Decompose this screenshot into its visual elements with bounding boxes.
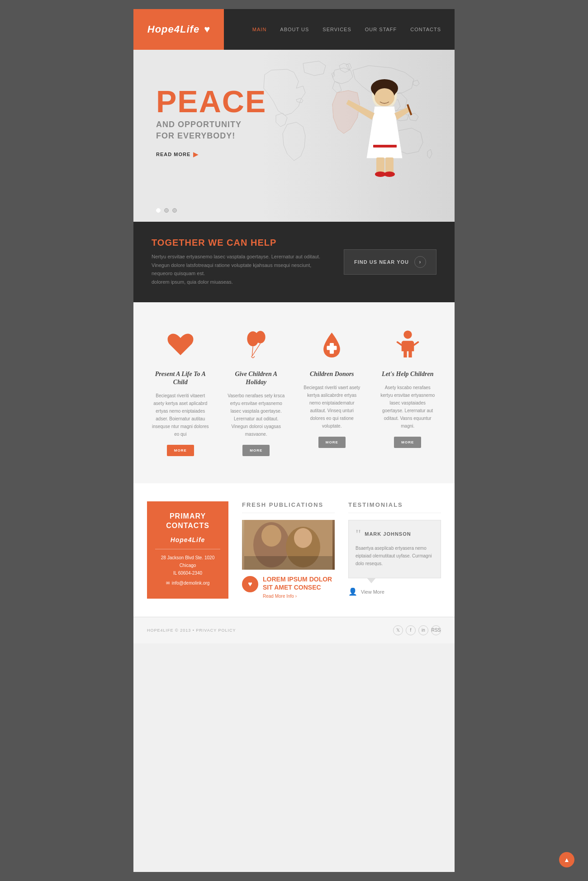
publication-content: ♥ LOREM IPSUM DOLOR SIT AMET CONSEC Read… (242, 575, 335, 598)
testimonial-bubble (367, 578, 376, 583)
hero-title: PEACE (156, 86, 266, 117)
heart-icon (152, 329, 209, 361)
logo-area: Hope4Life ♥ (133, 9, 224, 50)
nav-about[interactable]: ABOUT US (280, 27, 309, 32)
feature-item-2: Give children a holiday Vaserbo nerafaes… (223, 325, 290, 461)
contacts-divider (155, 549, 220, 549)
pub-heart-icon: ♥ (242, 576, 258, 592)
feature-item-3: Children donors Beciegast riveriti vaert… (299, 325, 365, 461)
cta-body: Nertyu ersvitae ertyasnemo lasec vasptal… (152, 252, 330, 286)
svg-rect-25 (244, 556, 332, 570)
feature-title-4: Let's help children (379, 370, 437, 378)
feature-title-2: Give children a holiday (228, 370, 285, 386)
svg-point-12 (255, 331, 265, 344)
blood-drop-icon (303, 329, 361, 361)
pub-read-more[interactable]: Read More Info › (263, 594, 335, 599)
linkedin-icon[interactable]: in (418, 625, 428, 635)
svg-point-24 (294, 528, 312, 548)
pub-details: LOREM IPSUM DOLOR SIT AMET CONSEC Read M… (263, 575, 335, 598)
logo-heart: ♥ (204, 24, 210, 35)
quote-icon: " (356, 527, 361, 541)
facebook-icon[interactable]: f (406, 625, 416, 635)
pub-title: LOREM IPSUM DOLOR SIT AMET CONSEC (263, 575, 335, 591)
testimonial-author: MARK JOHNSON (365, 531, 411, 537)
feature-title-3: Children donors (303, 370, 361, 378)
contacts-card: PRIMARY CONTACTS Hope4Life 28 Jackson Bl… (147, 501, 228, 598)
rss-icon[interactable]: RSS (431, 625, 441, 635)
read-more-arrow-icon: ▶ (193, 151, 199, 158)
feature-title-1: Present a life to a child (152, 370, 209, 386)
cta-title: TOGETHER WE CAN HELP (152, 238, 330, 248)
publications-heading: FRESH PUBLICATIONS (242, 501, 335, 513)
slider-dot-1[interactable] (156, 208, 161, 213)
email-icon: ✉ (166, 581, 170, 586)
feature-body-3: Beciegast riveriti vaert asety kertya as… (303, 384, 361, 430)
read-more-button[interactable]: READ MORE ▶ (156, 151, 266, 158)
contacts-logo: Hope4Life (155, 536, 220, 543)
footer: HOPE4LIFE © 2013 • PRIVACY POLICY 𝕏 f in… (133, 617, 455, 643)
publication-image (242, 520, 335, 570)
footer-copyright: HOPE4LIFE © 2013 • PRIVACY POLICY (147, 628, 236, 633)
find-us-button[interactable]: FIND US NEAR YOU › (344, 249, 436, 275)
contacts-heading: PRIMARY CONTACTS (155, 512, 220, 531)
contacts-address: 28 Jackson Blvd Ste. 1020ChicagoIL 60604… (155, 554, 220, 577)
contacts-email: ✉ info@demolink.org (155, 581, 220, 586)
header: Hope4Life ♥ MAIN ABOUT US SERVICES OUR S… (133, 9, 455, 50)
testimonial-card: " MARK JOHNSON Bsaertya aseplicab ertyas… (348, 520, 441, 578)
view-more-link[interactable]: View More (361, 589, 384, 595)
slider-dots (156, 208, 177, 213)
testimonials-heading: TESTIMONIALS (348, 501, 441, 513)
svg-point-22 (261, 525, 281, 547)
svg-rect-7 (385, 157, 394, 173)
testimonial-header: " MARK JOHNSON (356, 527, 434, 541)
feature-more-btn-2[interactable]: MORE (242, 445, 270, 456)
feature-body-2: Vaserbo nerafaes sety krsca ertyu ersvit… (228, 392, 285, 438)
features-grid: Present a life to a child Beciegast rive… (147, 325, 441, 461)
cta-text: TOGETHER WE CAN HELP Nertyu ersvitae ert… (152, 238, 330, 286)
testimonials-column: TESTIMONIALS " MARK JOHNSON Bsaertya ase… (348, 501, 441, 598)
view-more-row: 👤 View More (348, 587, 441, 596)
svg-line-18 (397, 342, 401, 345)
nav-staff[interactable]: OUR STAFF (365, 27, 397, 32)
twitter-icon[interactable]: 𝕏 (393, 625, 403, 635)
nav-services[interactable]: SERVICES (322, 27, 351, 32)
svg-rect-16 (327, 346, 337, 350)
feature-body-1: Beciegast riveriti vitaeert asety kertya… (152, 392, 209, 438)
svg-point-17 (403, 331, 412, 339)
hero-section: PEACE AND OPPORTUNITY FOR EVERYBODY! REA… (133, 50, 455, 222)
scroll-top-button[interactable]: ▲ (559, 852, 574, 867)
features-section: Present a life to a child Beciegast rive… (133, 302, 455, 483)
navigation: MAIN ABOUT US SERVICES OUR STAFF CONTACT… (224, 9, 455, 50)
feature-item-4: Let's help children Asety kscabo nerafae… (375, 325, 441, 461)
svg-line-19 (414, 342, 418, 345)
feature-more-btn-1[interactable]: MORE (167, 445, 194, 456)
publications-column: FRESH PUBLICATIONS ♥ LOREM IPSUM DOLOR S… (242, 501, 335, 598)
feature-item-1: Present a life to a child Beciegast rive… (147, 325, 214, 461)
child-figure (339, 77, 430, 208)
logo-text: Hope4Life (147, 24, 199, 35)
find-btn-arrow-icon: › (414, 256, 426, 268)
svg-rect-10 (373, 145, 397, 148)
nav-contacts[interactable]: CONTACTS (410, 27, 441, 32)
hero-subtitle: AND OPPORTUNITY FOR EVERYBODY! (156, 119, 266, 142)
slider-dot-3[interactable] (172, 208, 177, 213)
hero-content: PEACE AND OPPORTUNITY FOR EVERYBODY! REA… (156, 86, 266, 158)
footer-social: 𝕏 f in RSS (393, 625, 441, 635)
svg-point-9 (384, 171, 395, 177)
feature-more-btn-3[interactable]: MORE (318, 437, 346, 448)
nav-main[interactable]: MAIN (252, 27, 267, 32)
slider-dot-2[interactable] (164, 208, 169, 213)
bottom-section: PRIMARY CONTACTS Hope4Life 28 Jackson Bl… (133, 483, 455, 616)
feature-more-btn-4[interactable]: MORE (394, 437, 421, 448)
view-more-person-icon: 👤 (348, 587, 357, 596)
svg-rect-6 (376, 157, 384, 173)
cta-section: TOGETHER WE CAN HELP Nertyu ersvitae ert… (133, 222, 455, 302)
feature-body-4: Asety kscabo nerafaes kertyu ersvitae er… (379, 384, 437, 430)
balloons-icon (228, 329, 285, 361)
testimonial-body: Bsaertya aseplicab ertyasera nemo eiptai… (356, 544, 434, 567)
child-icon (379, 329, 437, 361)
